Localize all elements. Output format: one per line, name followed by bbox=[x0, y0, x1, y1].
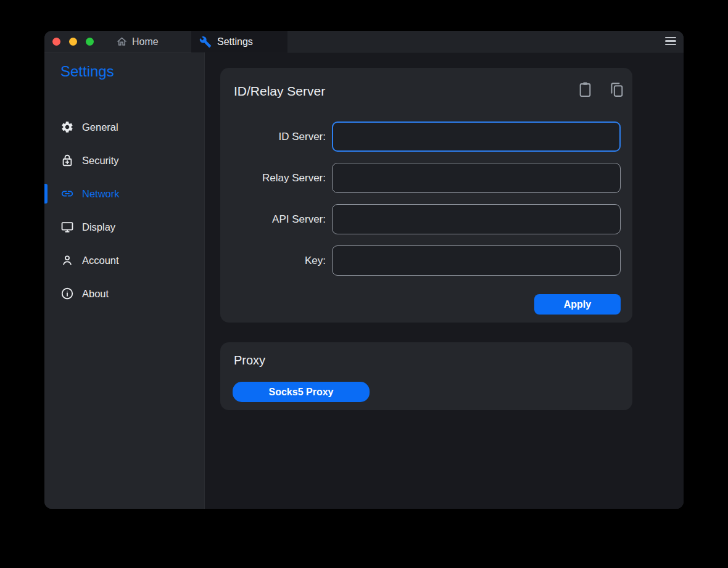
link-icon bbox=[60, 187, 74, 200]
sidebar-item-label: About bbox=[82, 288, 109, 300]
relay-server-label: Relay Server: bbox=[220, 172, 326, 184]
sidebar: Settings General Security Network bbox=[44, 52, 205, 509]
form-row-relay-server: Relay Server: bbox=[220, 163, 621, 193]
main-content: ID/Relay Server ID Server: Relay Server: bbox=[205, 52, 684, 509]
sidebar-nav: General Security Network Display bbox=[44, 110, 204, 310]
copy-icon[interactable] bbox=[609, 81, 624, 98]
active-indicator bbox=[44, 184, 48, 204]
tab-settings[interactable]: Settings bbox=[191, 31, 287, 52]
sidebar-item-general[interactable]: General bbox=[44, 110, 204, 144]
socks5-proxy-button[interactable]: Socks5 Proxy bbox=[233, 382, 370, 402]
server-form: ID Server: Relay Server: API Server: Key… bbox=[220, 121, 621, 287]
sidebar-item-account[interactable]: Account bbox=[44, 244, 204, 277]
card-title: Proxy bbox=[234, 353, 265, 368]
lock-plus-icon bbox=[60, 154, 74, 167]
sidebar-item-label: General bbox=[82, 121, 118, 133]
id-relay-server-card: ID/Relay Server ID Server: Relay Server: bbox=[220, 68, 632, 323]
sidebar-item-label: Network bbox=[82, 188, 120, 200]
person-icon bbox=[60, 253, 74, 267]
traffic-lights bbox=[52, 38, 94, 46]
menu-icon[interactable] bbox=[665, 37, 676, 45]
form-row-id-server: ID Server: bbox=[220, 121, 621, 152]
info-icon bbox=[60, 287, 74, 300]
form-row-api-server: API Server: bbox=[220, 204, 621, 234]
id-server-label: ID Server: bbox=[220, 131, 326, 143]
sidebar-item-label: Display bbox=[82, 221, 115, 233]
sidebar-item-label: Security bbox=[82, 155, 119, 167]
paste-icon[interactable] bbox=[577, 81, 593, 98]
sidebar-item-network[interactable]: Network bbox=[44, 177, 204, 210]
sidebar-item-about[interactable]: About bbox=[44, 277, 204, 310]
gear-icon bbox=[60, 120, 74, 134]
form-row-key: Key: bbox=[220, 245, 621, 276]
close-button[interactable] bbox=[52, 38, 60, 46]
key-input[interactable] bbox=[332, 245, 621, 276]
sidebar-item-label: Account bbox=[82, 255, 119, 266]
id-server-input[interactable] bbox=[332, 121, 621, 152]
relay-server-input[interactable] bbox=[332, 163, 621, 193]
sidebar-item-display[interactable]: Display bbox=[44, 210, 204, 244]
tab-home-label: Home bbox=[132, 36, 159, 47]
sidebar-title: Settings bbox=[60, 63, 114, 80]
minimize-button[interactable] bbox=[69, 38, 77, 46]
settings-window: Home Settings Settings General Se bbox=[44, 31, 684, 509]
proxy-card: Proxy Socks5 Proxy bbox=[220, 342, 632, 410]
apply-button[interactable]: Apply bbox=[534, 294, 621, 315]
tab-home[interactable]: Home bbox=[111, 31, 163, 52]
tab-settings-label: Settings bbox=[217, 36, 253, 47]
card-title: ID/Relay Server bbox=[234, 84, 325, 99]
wrench-icon bbox=[199, 36, 212, 48]
monitor-icon bbox=[60, 220, 74, 234]
titlebar: Home Settings bbox=[44, 31, 684, 52]
sidebar-item-security[interactable]: Security bbox=[44, 144, 204, 177]
api-server-label: API Server: bbox=[220, 213, 326, 226]
card-actions bbox=[577, 81, 624, 98]
api-server-input[interactable] bbox=[332, 204, 621, 234]
maximize-button[interactable] bbox=[86, 38, 94, 46]
key-label: Key: bbox=[220, 255, 326, 267]
home-icon bbox=[116, 36, 128, 47]
